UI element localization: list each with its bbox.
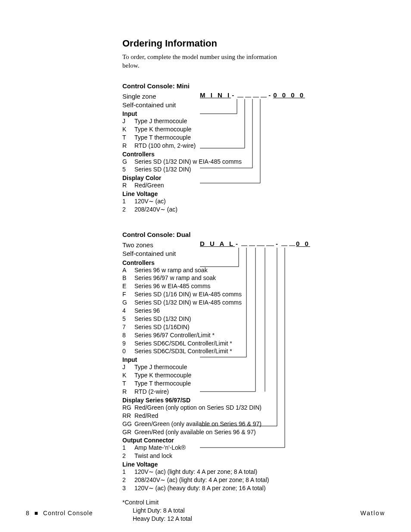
option-desc: Red/Red — [134, 412, 389, 420]
option-row: 5Series SD (1/32 DIN) — [122, 165, 389, 174]
option-desc: 120V∼ (ac) — [134, 197, 389, 205]
option-row: 0Series SD6C/SD3L Controller/Limit * — [122, 347, 389, 355]
option-code: R — [122, 181, 134, 190]
option-code: J — [122, 363, 134, 371]
dual-desc1: Two zones — [122, 241, 200, 249]
option-row: 2208/240V∼ (ac) (light duty: 4 A per zon… — [122, 476, 389, 484]
option-code: 5 — [122, 315, 134, 323]
option-code: B — [122, 274, 134, 282]
option-row: 3120V∼ (ac) (heavy duty: 8 A per zone; 1… — [122, 484, 389, 492]
option-row: TType T thermocouple — [122, 380, 389, 388]
dual-model-number: D U A L--0 0 — [200, 240, 389, 258]
option-group-head: Controllers — [122, 259, 389, 266]
option-desc: Series SD (1/16 DIN) w EIA-485 comms — [134, 290, 389, 299]
option-row: ASeries 96 w ramp and soak — [122, 266, 389, 274]
option-desc: 120V∼ (ac) (light duty: 4 A per zone; 8 … — [134, 468, 389, 476]
option-row: JType J thermocoule — [122, 117, 389, 125]
option-desc: Green/Red (only available on Series 96 &… — [134, 428, 389, 436]
option-desc: Series 96 w ramp and soak — [134, 266, 389, 274]
option-code: E — [122, 282, 134, 290]
option-group-head: Line Voltage — [122, 190, 389, 197]
option-desc: 208/240V∼ (ac) — [134, 205, 389, 214]
option-code: J — [122, 117, 134, 125]
mini-prefix: M I N I — [200, 91, 231, 99]
option-code: K — [122, 371, 134, 380]
option-row: 8Series 96/97 Controller/Limit * — [122, 331, 389, 339]
option-row: 1120V∼ (ac) — [122, 197, 389, 205]
option-group-head: Controllers — [122, 151, 389, 158]
note-head: *Control Limit — [122, 498, 389, 507]
option-row: GGGreen/Green (only available on Series … — [122, 420, 389, 428]
option-desc: Series SD (1/32 DIN) — [134, 315, 389, 323]
option-code: A — [122, 266, 134, 274]
footer-left: 8 ■ Control Console — [26, 510, 93, 516]
option-desc: Series 96 w EIA-485 comms — [134, 282, 389, 290]
dual-desc2: Self-contained unit — [122, 249, 200, 258]
dual-block: Control Console: Dual Two zones Self-con… — [122, 231, 389, 523]
option-row: 1Amp Mate-'n'-Lok® — [122, 444, 389, 452]
page-title: Ordering Information — [122, 38, 389, 49]
option-desc: Type K thermocouple — [134, 371, 389, 380]
option-code: 5 — [122, 165, 134, 174]
option-desc: Type T thermocouple — [134, 134, 389, 142]
option-group-head: Line Voltage — [122, 461, 389, 468]
mini-block: Control Console: Mini Single zone Self-c… — [122, 82, 389, 214]
mini-model-number: M I N I--0 0 0 0 — [200, 91, 389, 110]
mini-options: InputJType J thermocouleKType K thermoco… — [122, 110, 389, 214]
option-code: G — [122, 299, 134, 307]
option-code: RG — [122, 404, 134, 412]
option-desc: Type T thermocouple — [134, 380, 389, 388]
option-row: 2Twist and lock — [122, 452, 389, 460]
option-code: 0 — [122, 347, 134, 355]
option-code: 3 — [122, 484, 134, 492]
option-row: RRed/Green — [122, 181, 389, 190]
footer-brand: Watlow — [361, 510, 385, 516]
option-row: TType T thermocouple — [122, 134, 389, 142]
option-code: F — [122, 290, 134, 299]
option-desc: 120V∼ (ac) (heavy duty: 8 A per zone; 16… — [134, 484, 389, 492]
option-code: 2 — [122, 452, 134, 460]
footer-page-number: 8 — [26, 510, 30, 516]
dual-options: ControllersASeries 96 w ramp and soakBSe… — [122, 259, 389, 492]
option-code: 2 — [122, 476, 134, 484]
option-desc: Green/Green (only available on Series 96… — [134, 420, 389, 428]
option-code: T — [122, 380, 134, 388]
option-desc: Series SD6C/SD6L Controller/Limit * — [134, 339, 389, 348]
option-code: R — [122, 142, 134, 150]
option-group-head: Input — [122, 356, 389, 363]
dual-suffix: 0 0 — [296, 240, 310, 247]
option-desc: Red/Green (only option on Series SD 1/32… — [134, 404, 389, 412]
option-row: GSeries SD (1/32 DIN) w EIA-485 comms — [122, 299, 389, 307]
option-code: K — [122, 125, 134, 134]
option-desc: 208/240V∼ (ac) (light duty: 4 A per zone… — [134, 476, 389, 484]
option-desc: Series 96 — [134, 307, 389, 315]
option-desc: RTD (2-wire) — [134, 388, 389, 396]
option-desc: Series 96/97 w ramp and soak — [134, 274, 389, 282]
option-desc: Amp Mate-'n'-Lok® — [134, 444, 389, 452]
footer-square-icon: ■ — [34, 510, 38, 516]
option-code: RR — [122, 412, 134, 420]
dual-heading: Control Console: Dual — [122, 231, 389, 238]
option-desc: Series SD (1/32 DIN) — [134, 165, 389, 174]
dual-prefix: D U A L — [200, 240, 235, 247]
option-group-head: Input — [122, 110, 389, 117]
mini-heading: Control Console: Mini — [122, 82, 389, 90]
option-row: ESeries 96 w EIA-485 comms — [122, 282, 389, 290]
option-row: 7Series SD (1/16DIN) — [122, 323, 389, 331]
option-row: 9Series SD6C/SD6L Controller/Limit * — [122, 339, 389, 348]
option-row: KType K thermocouple — [122, 125, 389, 134]
option-code: T — [122, 134, 134, 142]
option-row: 4Series 96 — [122, 307, 389, 315]
option-desc: RTD (100 ohm, 2-wire) — [134, 142, 389, 150]
option-desc: Series 96/97 Controller/Limit * — [134, 331, 389, 339]
option-desc: Red/Green — [134, 181, 389, 190]
option-code: 1 — [122, 197, 134, 205]
option-code: 4 — [122, 307, 134, 315]
option-row: RRTD (2-wire) — [122, 388, 389, 396]
option-desc: Twist and lock — [134, 452, 389, 460]
option-code: 1 — [122, 468, 134, 476]
option-row: 1120V∼ (ac) (light duty: 4 A per zone; 8… — [122, 468, 389, 476]
mini-desc1: Single zone — [122, 92, 200, 101]
option-code: R — [122, 388, 134, 396]
option-desc: Type K thermocouple — [134, 125, 389, 134]
